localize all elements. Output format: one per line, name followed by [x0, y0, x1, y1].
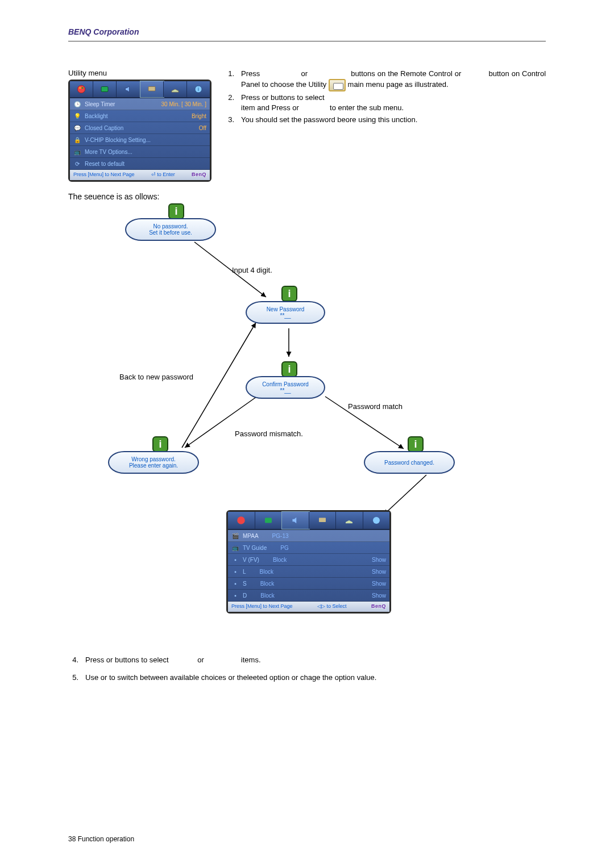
instruction-3: You should set the password beore using … [241, 115, 546, 125]
info-badge-icon: i [281, 361, 297, 377]
setup-icon [344, 515, 354, 525]
tv-icon: 📺 [73, 148, 81, 156]
display-icon [263, 515, 273, 525]
bubble-wrong-password: Wrong password. Please enter again. [108, 451, 199, 474]
palette-icon [236, 515, 246, 525]
osd-row-label: MPAA [243, 533, 259, 539]
camera-icon: 🎬 [231, 532, 239, 540]
square-icon: ▪ [231, 579, 239, 587]
header-divider [68, 41, 546, 41]
svg-point-1 [79, 87, 81, 89]
osd-row-sleep-timer[interactable]: 🕒 Sleep Timer 30 Min. [ 30 Min. ] [70, 98, 210, 110]
svg-rect-3 [101, 87, 108, 92]
osd-tab[interactable] [309, 512, 337, 529]
osd-row-l[interactable]: ▪ L Block Show [228, 566, 389, 578]
osd-vchip-menu: 🎬 MPAA PG-13 📺 TV Guide PG ▪ V (FV) Bloc… [226, 510, 391, 614]
osd-row-value2: Show [372, 581, 386, 587]
osd-tab-audio[interactable] [117, 81, 140, 97]
svg-point-13 [238, 516, 246, 524]
osd-tab-info[interactable]: i [187, 81, 210, 97]
osd-row-value: PG [280, 545, 288, 551]
sequence-intro: The seuence is as ollows: [68, 192, 211, 201]
osd-footer: Press [Menu] to Next Page ⏎ to Enter Ben… [70, 170, 210, 180]
svg-point-2 [82, 87, 84, 89]
label-input-4-digit: Input 4 digit. [232, 266, 272, 274]
osd-row-label: Closed Caption [85, 125, 123, 131]
list-number-1: 1. [224, 69, 234, 91]
osd-tab[interactable] [282, 512, 309, 529]
cc-icon: 💬 [73, 124, 81, 132]
osd-row-value: Off [199, 125, 206, 131]
osd-row-backlight[interactable]: 💡 Backlight Bright [70, 110, 210, 122]
svg-rect-15 [319, 518, 326, 523]
bubble-no-password: No password. Set it before use. [125, 218, 216, 241]
utility-icon [147, 84, 157, 94]
list-number-4: 4. [68, 656, 78, 664]
instruction-list: 1. Press or buttons on the Remote Contro… [224, 69, 546, 203]
palette-icon [76, 84, 86, 94]
info-icon [371, 515, 381, 525]
page-footer: 38 Function operation [68, 835, 134, 843]
osd-row-reset[interactable]: ⟳ Reset to default [70, 158, 210, 170]
audio-icon [290, 515, 300, 525]
osd-tab-row [228, 512, 389, 530]
osd-row-value2: Show [372, 557, 386, 563]
label-password-mismatch: Password mismatch. [235, 429, 303, 438]
osd-tab-picture[interactable] [70, 81, 93, 97]
bulb-icon: 💡 [73, 112, 81, 120]
osd-footer-left: Press [Menu] to Next Page [231, 603, 293, 609]
osd-row-value: Block [260, 581, 274, 587]
osd-row-closed-caption[interactable]: 💬 Closed Caption Off [70, 122, 210, 134]
bottom-instruction-list: 4. Press or buttons to select or items. … [68, 656, 546, 682]
reset-icon: ⟳ [73, 160, 81, 168]
osd-tab[interactable] [363, 512, 390, 529]
osd-row-label: S [243, 581, 247, 587]
osd-row-value: 30 Min. [ 30 Min. ] [161, 101, 206, 107]
osd-row-more-tv[interactable]: 📺 More TV Options... [70, 146, 210, 158]
svg-text:i: i [198, 87, 199, 92]
osd-row-vchip[interactable]: 🔒 V-CHIP Blocking Setting... [70, 134, 210, 146]
svg-rect-4 [148, 87, 155, 91]
osd-row-value: PG-13 [272, 533, 289, 539]
square-icon: ▪ [231, 591, 239, 599]
display-icon [99, 84, 110, 94]
osd-row-value2: Show [372, 592, 386, 599]
osd-tab-setup[interactable] [164, 81, 187, 97]
osd-row-label: D [243, 592, 247, 599]
osd-row-value2: Show [372, 569, 386, 575]
osd-tab-utility[interactable] [140, 81, 164, 97]
osd-row-label: V (FV) [243, 557, 259, 563]
info-icon: i [193, 84, 204, 94]
osd-row-d[interactable]: ▪ D Block Show [228, 590, 389, 602]
bubble-new-password: New Password **__ [246, 301, 325, 324]
osd-tab-display[interactable] [93, 81, 117, 97]
osd-row-label: More TV Options... [85, 149, 132, 155]
svg-rect-14 [265, 518, 272, 523]
brand-header: BENQ Corporation [68, 27, 546, 36]
osd-row-tvguide[interactable]: 📺 TV Guide PG [228, 542, 389, 554]
benq-logo: BenQ [192, 172, 206, 177]
osd-tab[interactable] [228, 512, 255, 529]
tv-icon: 📺 [231, 544, 239, 552]
osd-row-label: Reset to default [85, 161, 125, 167]
osd-row-label: L [243, 569, 246, 575]
osd-row-v[interactable]: ▪ V (FV) Block Show [228, 554, 389, 566]
osd-tab[interactable] [255, 512, 283, 529]
utility-icon [317, 515, 327, 525]
label-back-to-new: Back to new password [119, 373, 193, 381]
list-number-3: 3. [224, 115, 234, 125]
audio-icon [123, 84, 133, 94]
clock-icon: 🕒 [73, 100, 81, 108]
osd-row-s[interactable]: ▪ S Block Show [228, 578, 389, 590]
square-icon: ▪ [231, 567, 239, 575]
instruction-4: Press or buttons to select or items. [85, 656, 261, 664]
osd-tab[interactable] [336, 512, 363, 529]
square-icon: ▪ [231, 556, 239, 564]
svg-line-12 [384, 475, 426, 515]
osd-row-label: TV Guide [243, 545, 267, 551]
setup-icon [170, 84, 180, 94]
osd-tab-row: i [70, 81, 210, 98]
osd-row-value: Block [260, 592, 274, 599]
osd-row-mpaa[interactable]: 🎬 MPAA PG-13 [228, 530, 389, 542]
list-number-2: 2. [224, 93, 234, 113]
